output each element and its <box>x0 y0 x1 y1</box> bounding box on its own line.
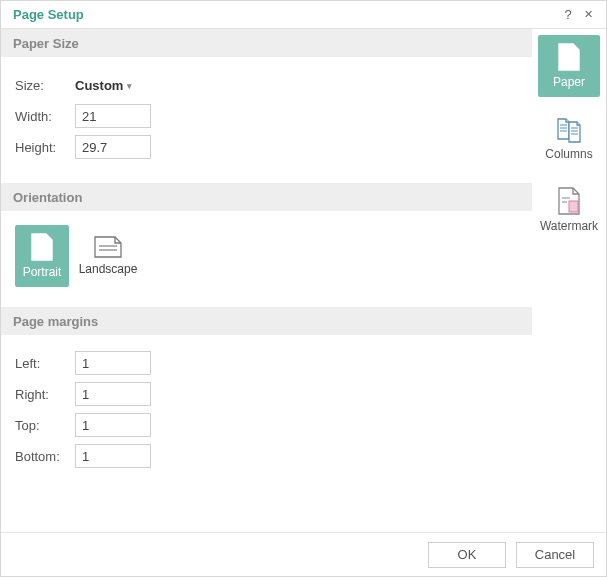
columns-icon <box>555 115 583 143</box>
margin-right-input[interactable] <box>75 382 151 406</box>
margin-bottom-input[interactable] <box>75 444 151 468</box>
titlebar: Page Setup ? ✕ <box>1 1 606 29</box>
height-label: Height: <box>15 140 75 155</box>
margin-left-label: Left: <box>15 356 75 371</box>
orientation-header: Orientation <box>1 183 532 211</box>
help-button[interactable]: ? <box>558 5 578 25</box>
margin-right-label: Right: <box>15 387 75 402</box>
chevron-down-icon: ▾ <box>127 81 132 91</box>
width-input[interactable] <box>75 104 151 128</box>
tab-watermark-label: Watermark <box>540 219 598 233</box>
height-input[interactable] <box>75 135 151 159</box>
size-dropdown-value: Custom <box>75 78 123 93</box>
main-panel: Paper Size Size: Custom ▾ Width: Height: <box>1 29 532 532</box>
watermark-icon <box>557 187 581 215</box>
size-dropdown[interactable]: Custom ▾ <box>75 76 132 95</box>
landscape-button[interactable]: Landscape <box>81 225 135 287</box>
portrait-page-icon <box>31 233 53 261</box>
landscape-page-icon <box>94 236 122 258</box>
page-margins-section: Left: Right: Top: Bottom: <box>1 335 532 492</box>
tab-columns-label: Columns <box>545 147 592 161</box>
margin-top-input[interactable] <box>75 413 151 437</box>
page-setup-dialog: Page Setup ? ✕ Paper Size Size: Custom ▾… <box>0 0 607 577</box>
paper-size-section: Size: Custom ▾ Width: Height: <box>1 57 532 183</box>
paper-size-header: Paper Size <box>1 29 532 57</box>
size-label: Size: <box>15 78 75 93</box>
tab-paper[interactable]: Paper <box>538 35 600 97</box>
margin-bottom-label: Bottom: <box>15 449 75 464</box>
margin-top-label: Top: <box>15 418 75 433</box>
portrait-label: Portrait <box>23 265 62 279</box>
dialog-title: Page Setup <box>13 7 558 22</box>
paper-page-icon <box>558 43 580 71</box>
tab-paper-label: Paper <box>553 75 585 89</box>
close-icon: ✕ <box>584 8 593 21</box>
portrait-button[interactable]: Portrait <box>15 225 69 287</box>
tab-columns[interactable]: Columns <box>538 107 600 169</box>
close-button[interactable]: ✕ <box>578 5 598 25</box>
help-icon: ? <box>564 7 571 22</box>
margin-left-input[interactable] <box>75 351 151 375</box>
footer: OK Cancel <box>1 532 606 576</box>
tab-watermark[interactable]: Watermark <box>538 179 600 241</box>
page-margins-header: Page margins <box>1 307 532 335</box>
landscape-label: Landscape <box>79 262 138 276</box>
sidebar: Paper <box>532 29 606 532</box>
svg-rect-14 <box>569 201 578 212</box>
ok-button[interactable]: OK <box>428 542 506 568</box>
width-label: Width: <box>15 109 75 124</box>
orientation-section: Portrait Landscape <box>1 211 532 307</box>
cancel-button[interactable]: Cancel <box>516 542 594 568</box>
